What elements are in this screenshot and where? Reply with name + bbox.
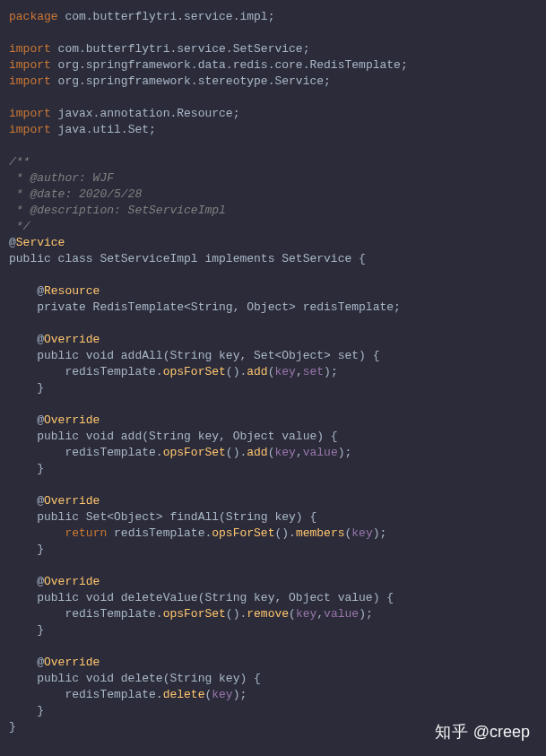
keyword: import	[9, 123, 51, 136]
code-text: ,	[296, 446, 303, 459]
code-text: ().	[226, 365, 247, 378]
code-text: redisTemplate.	[9, 607, 163, 621]
punct: ;	[233, 107, 240, 120]
comment: * @date: 2020/5/28	[9, 187, 142, 201]
punct: ;	[149, 123, 156, 136]
annotation-name: Resource	[44, 284, 100, 298]
code-text: redisTemplate.	[9, 365, 163, 378]
keyword: return	[65, 526, 107, 540]
method-sig: public void addAll(String key, Set<Objec…	[9, 349, 379, 362]
method-call: opsForSet	[212, 526, 274, 540]
annotation-name: Service	[16, 236, 65, 249]
brace-close: }	[9, 704, 44, 717]
namespace: com.butterflytri.service.impl	[58, 10, 268, 23]
variable: key	[274, 365, 295, 378]
variable: set	[303, 365, 324, 378]
method-call: delete	[163, 688, 205, 701]
code-text: ().	[274, 526, 295, 540]
keyword: import	[9, 107, 51, 120]
code-text: redisTemplate.	[9, 688, 163, 701]
code-block: package com.butterflytri.service.impl; i…	[9, 9, 537, 735]
annotation-at: @	[9, 284, 44, 298]
variable: key	[212, 688, 232, 701]
brace-close: }	[9, 720, 16, 734]
code-text	[9, 526, 65, 540]
code-text: );	[338, 446, 352, 459]
annotation-name: Override	[44, 656, 100, 669]
method-call: members	[296, 526, 345, 540]
namespace: org.springframework.data.redis.core.	[51, 58, 310, 72]
keyword: package	[9, 10, 58, 23]
comment: /**	[9, 155, 30, 169]
method-call: add	[247, 446, 267, 459]
code-text: ,	[316, 607, 324, 621]
comment: * @description: SetServiceImpl	[9, 204, 226, 217]
classname: Set	[128, 123, 149, 136]
code-text: );	[233, 688, 247, 701]
method-call: opsForSet	[163, 607, 226, 621]
variable: value	[324, 607, 359, 621]
code-text: ,	[296, 365, 303, 378]
namespace: org.springframework.stereotype.	[51, 74, 275, 88]
annotation-name: Override	[44, 494, 100, 508]
variable: key	[351, 526, 372, 540]
method-call: opsForSet	[163, 365, 226, 378]
code-text: );	[373, 526, 387, 540]
classname: RedisTemplate	[309, 58, 400, 72]
code-text: (	[289, 607, 296, 621]
variable: key	[274, 446, 295, 459]
namespace: javax.annotation.	[51, 107, 177, 120]
brace-close: }	[9, 381, 44, 395]
annotation-at: @	[9, 413, 44, 427]
code-text: redisTemplate.	[9, 446, 163, 459]
brace-close: }	[9, 623, 44, 637]
namespace: java.util.	[51, 123, 128, 136]
punct: ;	[303, 42, 310, 56]
watermark: 知乎 @creep	[435, 724, 530, 740]
method-call: opsForSet	[163, 446, 226, 459]
punct: ;	[324, 74, 331, 88]
keyword: import	[9, 58, 51, 72]
classname: Service	[274, 74, 324, 88]
punct: ;	[401, 58, 408, 72]
watermark-handle: @creep	[469, 723, 530, 741]
keyword: import	[9, 42, 51, 56]
namespace: com.butterflytri.service.	[51, 42, 233, 56]
annotation-at: @	[9, 333, 44, 346]
method-sig: public void delete(String key) {	[9, 672, 261, 685]
punct: ;	[268, 10, 275, 23]
code-text: redisTemplate.	[107, 526, 212, 540]
method-call: remove	[247, 607, 289, 621]
code-text: );	[359, 607, 373, 621]
annotation-name: Override	[44, 575, 100, 588]
code-text: );	[324, 365, 338, 378]
method-sig: public Set<Object> findAll(String key) {	[9, 510, 316, 524]
brace-close: }	[9, 543, 44, 556]
comment: * @author: WJF	[9, 171, 114, 185]
annotation-name: Override	[44, 413, 100, 427]
code-text: ().	[226, 607, 247, 621]
method-sig: public void add(String key, Object value…	[9, 430, 338, 443]
classname: SetService	[233, 42, 303, 56]
variable: key	[296, 607, 316, 621]
annotation-at: @	[9, 575, 44, 588]
annotation-name: Override	[44, 333, 100, 346]
method-sig: public void deleteValue(String key, Obje…	[9, 591, 394, 604]
annotation-at: @	[9, 236, 16, 249]
watermark-logo: 知乎	[435, 723, 469, 741]
annotation-at: @	[9, 656, 44, 669]
variable: value	[303, 446, 338, 459]
brace-close: }	[9, 462, 44, 475]
annotation-at: @	[9, 494, 44, 508]
method-call: add	[247, 365, 267, 378]
code-text: ().	[226, 446, 247, 459]
classname: Resource	[177, 107, 232, 120]
class-decl: public class SetServiceImpl implements S…	[9, 252, 366, 265]
field-decl: private RedisTemplate<String, Object> re…	[9, 300, 401, 314]
comment: */	[9, 220, 30, 233]
keyword: import	[9, 74, 51, 88]
